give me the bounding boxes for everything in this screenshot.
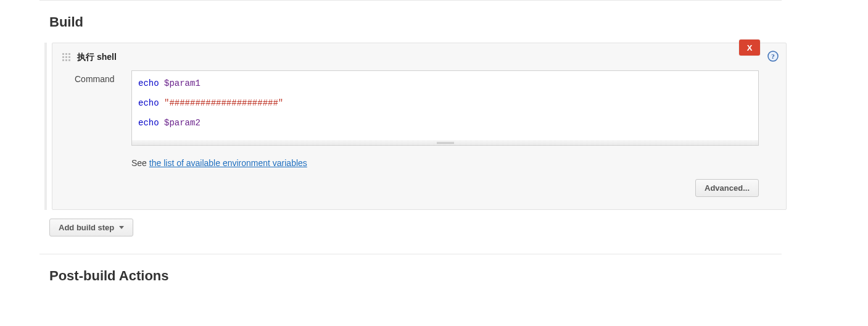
svg-rect-4 (68, 53, 70, 55)
command-row: Command echo $param1 echo "#############… (62, 70, 759, 197)
help-icon[interactable]: ? (767, 51, 779, 62)
hint-prefix: See (131, 158, 149, 168)
drag-handle-icon[interactable] (62, 53, 71, 62)
svg-rect-2 (62, 53, 64, 55)
svg-rect-5 (62, 56, 64, 58)
env-vars-link[interactable]: the list of available environment variab… (149, 158, 307, 168)
command-label: Command (62, 70, 126, 84)
svg-rect-3 (65, 53, 67, 55)
section-header-postbuild: Post-build Actions (49, 268, 782, 284)
env-vars-hint: See the list of available environment va… (131, 158, 759, 168)
section-header-build: Build (49, 14, 782, 30)
divider-before-build (39, 0, 782, 1)
svg-rect-9 (65, 59, 67, 61)
svg-rect-7 (68, 56, 70, 58)
build-step-header: 执行 shell (62, 52, 759, 63)
svg-text:?: ? (771, 52, 775, 60)
build-step-shell: X ? (52, 43, 787, 210)
svg-rect-8 (62, 59, 64, 61)
build-step-title: 执行 shell (77, 52, 117, 63)
add-build-step-button[interactable]: Add build step (49, 219, 133, 236)
divider-after-build (39, 254, 782, 254)
delete-step-button[interactable]: X (739, 40, 760, 56)
command-textarea[interactable]: echo $param1 echo "#####################… (131, 70, 759, 141)
svg-rect-10 (68, 59, 70, 61)
svg-rect-6 (65, 56, 67, 58)
add-build-step-label: Add build step (59, 223, 114, 232)
advanced-button[interactable]: Advanced... (695, 179, 759, 197)
chevron-down-icon (119, 226, 124, 229)
build-steps-container: X ? (44, 43, 787, 210)
textarea-resize-grip[interactable] (131, 140, 759, 146)
